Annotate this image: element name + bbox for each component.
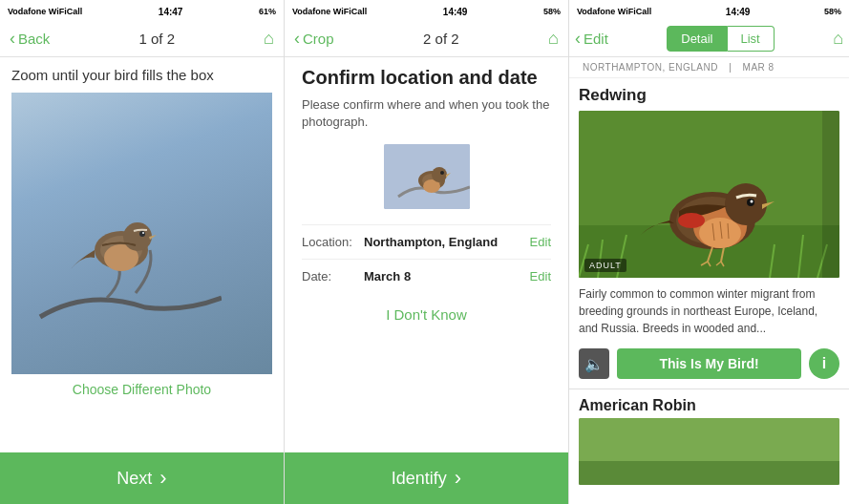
next-arrow-icon: › [159, 466, 166, 491]
battery-1: 61% [259, 7, 276, 16]
info-button[interactable]: i [809, 348, 839, 379]
tab-list[interactable]: List [728, 26, 775, 52]
panel2-subtitle: Please confirm where and when you took t… [302, 96, 551, 131]
robin-photo [579, 418, 839, 485]
panel-confirm: Vodafone WiFiCall 14:49 58% ‹ Crop 2 of … [285, 0, 569, 504]
redwing-description: Fairly common to common winter migrant f… [579, 278, 839, 343]
redwing-bird-image [579, 111, 839, 278]
carrier-2: Vodafone WiFiCall [292, 7, 367, 16]
result-american-robin: American Robin [569, 389, 849, 485]
robin-image [579, 418, 839, 485]
svg-rect-38 [579, 461, 839, 485]
svg-point-10 [432, 167, 447, 182]
bird-silhouette-1 [31, 164, 222, 355]
carrier-1: Vodafone WiFiCall [8, 7, 82, 16]
bird-thumbnail-2 [384, 144, 470, 209]
location-label: Location: [302, 235, 364, 249]
bird-thumb-image [384, 144, 470, 209]
panel2-content: Confirm location and date Please confirm… [285, 57, 568, 452]
home-icon-1[interactable]: ⌂ [264, 29, 274, 49]
result-location: NORTHAMPTON, ENGLAND [583, 62, 718, 73]
results-content: NORTHAMPTON, ENGLAND | MAR 8 Redwing [569, 57, 849, 504]
step-indicator-1: 1 of 2 [138, 31, 175, 47]
battery-3: 58% [824, 7, 841, 16]
choose-photo-link[interactable]: Choose Different Photo [11, 374, 272, 405]
location-edit-button[interactable]: Edit [530, 235, 551, 249]
sound-button[interactable]: 🔈 [579, 348, 609, 379]
back-button-3[interactable]: ‹ Edit [575, 29, 608, 49]
this-is-my-bird-button[interactable]: This Is My Bird! [617, 348, 801, 379]
action-row: 🔈 This Is My Bird! i [579, 343, 839, 388]
result-date: MAR 8 [743, 62, 775, 73]
robin-name: American Robin [579, 397, 839, 414]
next-label: Next [117, 469, 152, 489]
back-label-2: Crop [303, 31, 334, 47]
time-2: 14:49 [443, 7, 468, 17]
bird-crop-box: ✓ Swarovski Optik connected [11, 93, 272, 374]
result-redwing: Redwing [569, 78, 849, 388]
nav-bar-2: ‹ Crop 2 of 2 ⌂ [285, 21, 568, 57]
home-icon-2[interactable]: ⌂ [548, 29, 559, 49]
battery-pct-3: 58% [824, 7, 841, 16]
status-bar-3: Vodafone WiFiCall 14:49 58% [569, 0, 849, 21]
status-bar-1: Vodafone WiFiCall 14:47 61% [0, 0, 284, 21]
nav-bar-3: ‹ Edit Detail List ⌂ [569, 21, 849, 57]
next-button[interactable]: Next › [0, 452, 284, 504]
svg-point-29 [751, 200, 753, 203]
info-icon: i [822, 355, 826, 372]
back-chevron-1: ‹ [10, 29, 15, 49]
date-row: Date: March 8 Edit [302, 259, 551, 293]
svg-point-4 [139, 231, 145, 237]
svg-point-11 [440, 171, 444, 175]
back-chevron-3: ‹ [575, 29, 581, 49]
panel-zoom: Vodafone WiFiCall 14:47 61% ‹ Back 1 of … [0, 0, 285, 504]
step-indicator-2: 2 of 2 [423, 31, 459, 47]
redwing-name: Redwing [579, 86, 839, 105]
home-icon-3[interactable]: ⌂ [833, 29, 843, 49]
bird-photo-1 [11, 93, 272, 374]
battery-pct-1: 61% [259, 7, 276, 16]
panel1-heading: Zoom until your bird fills the box [11, 67, 272, 83]
svg-point-5 [142, 232, 144, 234]
back-label-3: Edit [584, 31, 608, 47]
location-value: Northampton, England [364, 235, 522, 249]
dont-know-link[interactable]: I Don't Know [302, 293, 551, 323]
panel1-content: Zoom until your bird fills the box [0, 57, 284, 452]
time-1: 14:47 [159, 7, 183, 17]
adult-badge: ADULT [584, 259, 626, 272]
time-3: 14:49 [726, 7, 751, 17]
panel2-heading: Confirm location and date [302, 67, 551, 89]
svg-point-3 [123, 222, 152, 251]
date-label: Date: [302, 269, 364, 284]
status-bar-2: Vodafone WiFiCall 14:49 58% [285, 0, 568, 21]
date-value: March 8 [364, 269, 522, 284]
svg-point-30 [678, 213, 705, 228]
identify-label: Identify [392, 469, 447, 489]
tab-detail[interactable]: Detail [667, 26, 727, 52]
back-button-1[interactable]: ‹ Back [10, 29, 50, 49]
svg-point-27 [725, 183, 767, 225]
redwing-photo: ADULT [579, 111, 839, 278]
panel-results: Vodafone WiFiCall 14:49 58% ‹ Edit Detai… [569, 0, 849, 504]
location-row: Location: Northampton, England Edit [302, 224, 551, 259]
date-edit-button[interactable]: Edit [530, 269, 551, 284]
back-label-1: Back [18, 31, 50, 47]
back-button-2[interactable]: ‹ Crop [294, 29, 334, 49]
tab-group: Detail List [667, 26, 774, 52]
speaker-icon: 🔈 [584, 355, 604, 373]
more-photos-strip [822, 111, 839, 278]
battery-pct-2: 58% [543, 7, 561, 16]
separator: | [729, 62, 732, 73]
battery-2: 58% [543, 7, 561, 16]
back-chevron-2: ‹ [294, 29, 300, 49]
identify-arrow-icon: › [455, 466, 461, 491]
carrier-3: Vodafone WiFiCall [577, 7, 651, 16]
nav-bar-1: ‹ Back 1 of 2 ⌂ [0, 21, 284, 57]
identify-button[interactable]: Identify › [285, 452, 568, 504]
location-header: NORTHAMPTON, ENGLAND | MAR 8 [569, 57, 849, 78]
